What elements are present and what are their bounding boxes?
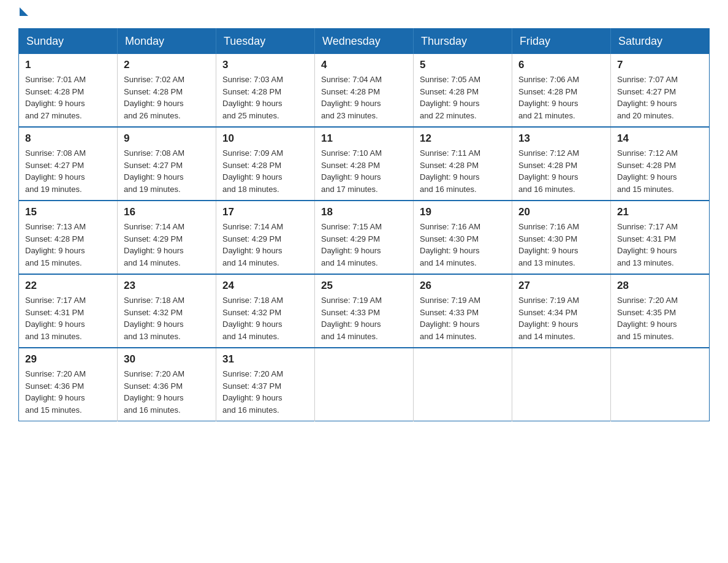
calendar-day-cell: 10 Sunrise: 7:09 AM Sunset: 4:28 PM Dayl…: [216, 127, 315, 201]
day-number: 11: [321, 132, 407, 145]
weekday-header-sunday: Sunday: [19, 29, 118, 55]
day-number: 22: [25, 280, 111, 292]
day-info: Sunrise: 7:11 AM Sunset: 4:28 PM Dayligh…: [420, 147, 506, 195]
day-number: 4: [321, 59, 407, 71]
day-info: Sunrise: 7:14 AM Sunset: 4:29 PM Dayligh…: [222, 221, 308, 269]
day-number: 19: [420, 206, 506, 218]
day-number: 10: [222, 132, 308, 145]
day-info: Sunrise: 7:12 AM Sunset: 4:28 PM Dayligh…: [617, 147, 703, 195]
calendar-day-cell: 23 Sunrise: 7:18 AM Sunset: 4:32 PM Dayl…: [118, 274, 216, 348]
weekday-header-tuesday: Tuesday: [216, 29, 315, 55]
calendar-day-cell: 21 Sunrise: 7:17 AM Sunset: 4:31 PM Dayl…: [611, 201, 710, 274]
calendar-week-row: 1 Sunrise: 7:01 AM Sunset: 4:28 PM Dayli…: [19, 54, 710, 127]
calendar-day-cell: 2 Sunrise: 7:02 AM Sunset: 4:28 PM Dayli…: [118, 54, 216, 127]
day-number: 12: [420, 132, 506, 145]
weekday-header-friday: Friday: [512, 29, 611, 55]
day-info: Sunrise: 7:16 AM Sunset: 4:30 PM Dayligh…: [518, 221, 604, 269]
calendar-day-cell: 6 Sunrise: 7:06 AM Sunset: 4:28 PM Dayli…: [512, 54, 611, 127]
day-info: Sunrise: 7:13 AM Sunset: 4:28 PM Dayligh…: [25, 221, 111, 269]
calendar-day-cell: 3 Sunrise: 7:03 AM Sunset: 4:28 PM Dayli…: [216, 54, 315, 127]
calendar-day-cell: 24 Sunrise: 7:18 AM Sunset: 4:32 PM Dayl…: [216, 274, 315, 348]
day-number: 23: [124, 280, 210, 292]
day-number: 18: [321, 206, 407, 218]
day-number: 2: [124, 59, 210, 71]
day-number: 1: [25, 59, 111, 71]
day-number: 17: [222, 206, 308, 218]
day-number: 21: [617, 206, 703, 218]
calendar-day-cell: 19 Sunrise: 7:16 AM Sunset: 4:30 PM Dayl…: [414, 201, 512, 274]
day-info: Sunrise: 7:06 AM Sunset: 4:28 PM Dayligh…: [518, 74, 604, 121]
calendar-week-row: 22 Sunrise: 7:17 AM Sunset: 4:31 PM Dayl…: [19, 274, 710, 348]
day-info: Sunrise: 7:09 AM Sunset: 4:28 PM Dayligh…: [222, 147, 308, 195]
calendar-empty-cell: [611, 348, 710, 421]
calendar-day-cell: 28 Sunrise: 7:20 AM Sunset: 4:35 PM Dayl…: [611, 274, 710, 348]
day-info: Sunrise: 7:15 AM Sunset: 4:29 PM Dayligh…: [321, 221, 407, 269]
calendar-day-cell: 29 Sunrise: 7:20 AM Sunset: 4:36 PM Dayl…: [19, 348, 118, 421]
calendar-day-cell: 1 Sunrise: 7:01 AM Sunset: 4:28 PM Dayli…: [19, 54, 118, 127]
calendar-day-cell: 5 Sunrise: 7:05 AM Sunset: 4:28 PM Dayli…: [414, 54, 512, 127]
calendar-empty-cell: [315, 348, 414, 421]
calendar-day-cell: 7 Sunrise: 7:07 AM Sunset: 4:27 PM Dayli…: [611, 54, 710, 127]
calendar-day-cell: 22 Sunrise: 7:17 AM Sunset: 4:31 PM Dayl…: [19, 274, 118, 348]
day-info: Sunrise: 7:20 AM Sunset: 4:36 PM Dayligh…: [25, 368, 111, 416]
day-info: Sunrise: 7:18 AM Sunset: 4:32 PM Dayligh…: [222, 294, 308, 342]
calendar-day-cell: 27 Sunrise: 7:19 AM Sunset: 4:34 PM Dayl…: [512, 274, 611, 348]
day-info: Sunrise: 7:12 AM Sunset: 4:28 PM Dayligh…: [518, 147, 604, 195]
day-info: Sunrise: 7:05 AM Sunset: 4:28 PM Dayligh…: [420, 74, 506, 121]
calendar-day-cell: 14 Sunrise: 7:12 AM Sunset: 4:28 PM Dayl…: [611, 127, 710, 201]
day-info: Sunrise: 7:18 AM Sunset: 4:32 PM Dayligh…: [124, 294, 210, 342]
calendar-day-cell: 12 Sunrise: 7:11 AM Sunset: 4:28 PM Dayl…: [414, 127, 512, 201]
day-number: 26: [420, 280, 506, 292]
day-info: Sunrise: 7:19 AM Sunset: 4:34 PM Dayligh…: [518, 294, 604, 342]
day-info: Sunrise: 7:02 AM Sunset: 4:28 PM Dayligh…: [124, 74, 210, 121]
calendar-day-cell: 31 Sunrise: 7:20 AM Sunset: 4:37 PM Dayl…: [216, 348, 315, 421]
day-number: 25: [321, 280, 407, 292]
day-info: Sunrise: 7:20 AM Sunset: 4:35 PM Dayligh…: [617, 294, 703, 342]
calendar-day-cell: 30 Sunrise: 7:20 AM Sunset: 4:36 PM Dayl…: [118, 348, 216, 421]
calendar-day-cell: 8 Sunrise: 7:08 AM Sunset: 4:27 PM Dayli…: [19, 127, 118, 201]
day-info: Sunrise: 7:16 AM Sunset: 4:30 PM Dayligh…: [420, 221, 506, 269]
weekday-header-row: SundayMondayTuesdayWednesdayThursdayFrid…: [19, 29, 710, 55]
calendar-day-cell: 16 Sunrise: 7:14 AM Sunset: 4:29 PM Dayl…: [118, 201, 216, 274]
day-number: 16: [124, 206, 210, 218]
weekday-header-saturday: Saturday: [611, 29, 710, 55]
page-header: [18, 12, 710, 16]
day-info: Sunrise: 7:19 AM Sunset: 4:33 PM Dayligh…: [420, 294, 506, 342]
day-number: 13: [518, 132, 604, 145]
day-number: 31: [222, 353, 308, 366]
weekday-header-thursday: Thursday: [414, 29, 512, 55]
day-number: 29: [25, 353, 111, 366]
day-number: 3: [222, 59, 308, 71]
day-info: Sunrise: 7:10 AM Sunset: 4:28 PM Dayligh…: [321, 147, 407, 195]
day-number: 8: [25, 132, 111, 145]
day-info: Sunrise: 7:07 AM Sunset: 4:27 PM Dayligh…: [617, 74, 703, 121]
day-info: Sunrise: 7:03 AM Sunset: 4:28 PM Dayligh…: [222, 74, 308, 121]
day-number: 7: [617, 59, 703, 71]
day-info: Sunrise: 7:17 AM Sunset: 4:31 PM Dayligh…: [25, 294, 111, 342]
day-info: Sunrise: 7:14 AM Sunset: 4:29 PM Dayligh…: [124, 221, 210, 269]
logo: [18, 12, 28, 16]
day-number: 30: [124, 353, 210, 366]
calendar-day-cell: 13 Sunrise: 7:12 AM Sunset: 4:28 PM Dayl…: [512, 127, 611, 201]
day-number: 28: [617, 280, 703, 292]
calendar-day-cell: 4 Sunrise: 7:04 AM Sunset: 4:28 PM Dayli…: [315, 54, 414, 127]
calendar-empty-cell: [414, 348, 512, 421]
day-number: 6: [518, 59, 604, 71]
calendar-day-cell: 17 Sunrise: 7:14 AM Sunset: 4:29 PM Dayl…: [216, 201, 315, 274]
day-number: 24: [222, 280, 308, 292]
day-number: 14: [617, 132, 703, 145]
day-info: Sunrise: 7:20 AM Sunset: 4:36 PM Dayligh…: [124, 368, 210, 416]
day-number: 20: [518, 206, 604, 218]
calendar-empty-cell: [512, 348, 611, 421]
day-info: Sunrise: 7:08 AM Sunset: 4:27 PM Dayligh…: [124, 147, 210, 195]
calendar-day-cell: 11 Sunrise: 7:10 AM Sunset: 4:28 PM Dayl…: [315, 127, 414, 201]
day-number: 9: [124, 132, 210, 145]
calendar-day-cell: 9 Sunrise: 7:08 AM Sunset: 4:27 PM Dayli…: [118, 127, 216, 201]
logo-triangle-icon: [20, 7, 28, 16]
calendar-week-row: 29 Sunrise: 7:20 AM Sunset: 4:36 PM Dayl…: [19, 348, 710, 421]
calendar-day-cell: 20 Sunrise: 7:16 AM Sunset: 4:30 PM Dayl…: [512, 201, 611, 274]
weekday-header-monday: Monday: [118, 29, 216, 55]
day-info: Sunrise: 7:19 AM Sunset: 4:33 PM Dayligh…: [321, 294, 407, 342]
calendar-day-cell: 25 Sunrise: 7:19 AM Sunset: 4:33 PM Dayl…: [315, 274, 414, 348]
day-number: 27: [518, 280, 604, 292]
